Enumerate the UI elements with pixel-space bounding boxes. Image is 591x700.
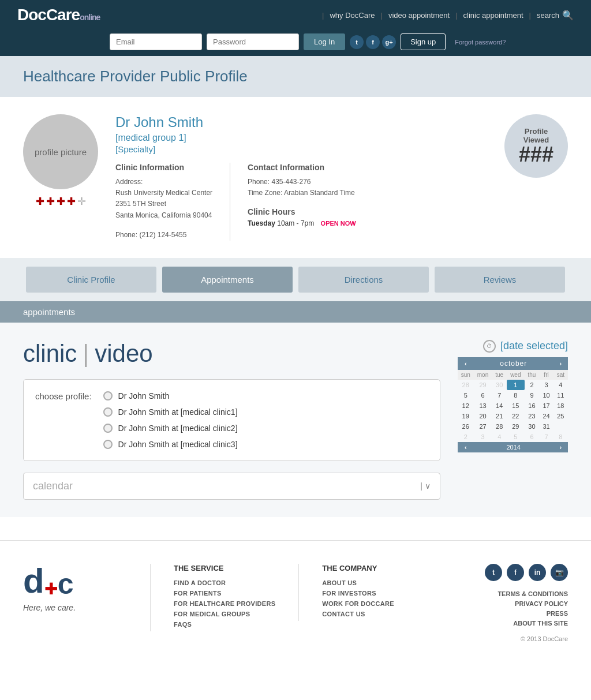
cal-cell-2-3[interactable]: 15 [507,400,524,411]
footer-faqs[interactable]: FAQS [174,621,275,628]
footer-copyright: © 2013 DocCare [521,635,568,642]
radio-3[interactable] [103,440,113,449]
cal-cell-0-3[interactable]: 1 [507,380,524,390]
profile-option-1[interactable]: Dr John Smith at [medical clinic1] [103,407,238,417]
tab-clinic-profile[interactable]: Clinic Profile [26,267,156,293]
footer-logo-d: d [23,564,44,598]
cal-prev-button[interactable]: ‹ [458,357,474,370]
radio-1[interactable] [103,407,113,417]
footer-for-patients[interactable]: FOR PATIENTS [174,590,275,597]
forgot-password-link[interactable]: Forgot password? [455,39,506,46]
footer-instagram-icon[interactable]: 📷 [551,564,568,581]
cal-cell-0-5[interactable]: 3 [539,380,553,390]
social-gplus-icon[interactable]: g+ [382,35,396,49]
radio-0[interactable] [103,391,113,400]
cal-cell-0-0[interactable]: 28 [458,380,474,390]
footer-twitter-icon[interactable]: t [485,564,502,581]
cal-cell-3-0[interactable]: 19 [458,411,474,421]
cal-cell-5-3[interactable]: 5 [507,432,524,442]
radio-2[interactable] [103,424,113,433]
cal-cell-5-5[interactable]: 7 [539,432,553,442]
footer-contact[interactable]: CONTACT US [322,611,394,617]
contact-info-col: Contact Information Phone: 435-443-276 T… [230,163,373,241]
cal-cell-3-4[interactable]: 23 [525,411,540,421]
footer-privacy[interactable]: PRIVACY POLICY [498,600,568,607]
cal-cell-0-2[interactable]: 30 [492,380,507,390]
profile-option-0[interactable]: Dr John Smith [103,391,238,400]
cal-cell-1-5[interactable]: 10 [539,390,553,400]
footer-press[interactable]: PRESS [498,610,568,617]
signup-button[interactable]: Sign up [401,33,446,50]
cal-cell-4-5[interactable]: 31 [539,421,553,432]
cal-cell-2-6[interactable]: 18 [553,400,568,411]
cal-cell-4-0[interactable]: 26 [458,421,474,432]
calendar-dropdown[interactable]: calendar | ∨ [23,473,440,500]
clinic-type-label[interactable]: clinic [23,340,77,368]
cal-cell-2-1[interactable]: 13 [474,400,492,411]
cal-cell-4-1[interactable]: 27 [474,421,492,432]
cal-header-row: ‹ october › [458,357,568,370]
video-type-label[interactable]: video [95,340,152,368]
tab-reviews[interactable]: Reviews [435,267,565,293]
cal-cell-4-6 [553,421,568,432]
footer-investors[interactable]: FOR INVESTORS [322,590,394,597]
cal-cell-1-4[interactable]: 9 [525,390,540,400]
profile-section: profile picture ✚ ✚ ✚ ✚ ✛ Dr John Smith … [0,97,591,258]
footer-facebook-icon[interactable]: f [507,564,524,581]
search-area[interactable]: search 🔍 [537,10,574,21]
cal-cell-5-4[interactable]: 6 [525,432,540,442]
footer-find-doctor[interactable]: FIND A DOCTOR [174,579,275,586]
cal-cell-2-2[interactable]: 14 [492,400,507,411]
social-facebook-icon[interactable]: f [366,35,380,49]
cal-cell-1-2[interactable]: 7 [492,390,507,400]
tab-appointments[interactable]: Appointments [162,267,293,293]
cal-cell-1-0[interactable]: 5 [458,390,474,400]
nav-video-appt[interactable]: video appointment [388,11,450,20]
cal-cell-2-0[interactable]: 12 [458,400,474,411]
footer-about-us[interactable]: ABOUT US [322,579,394,586]
email-field[interactable] [110,33,202,50]
profile-option-2[interactable]: Dr John Smith at [medical clinic2] [103,424,238,433]
cal-cell-3-2[interactable]: 21 [492,411,507,421]
footer-work[interactable]: WORK FOR DOCCARE [322,600,394,607]
cal-cell-4-4[interactable]: 30 [525,421,540,432]
header-top: DocCareonline | why DocCare | video appo… [17,6,574,29]
social-twitter-icon[interactable]: t [350,35,364,49]
cal-cell-0-4[interactable]: 2 [525,380,540,390]
nav-search[interactable]: search [537,11,559,20]
cal-cell-1-1[interactable]: 6 [474,390,492,400]
footer-terms[interactable]: TERMS & CONDITIONS [498,590,568,597]
cal-cell-0-6[interactable]: 4 [553,380,568,390]
nav-clinic-appt[interactable]: clinic appointment [463,11,523,20]
cal-cell-4-2[interactable]: 28 [492,421,507,432]
footer-for-providers[interactable]: FOR HEALTHCARE PROVIDERS [174,600,275,607]
footer: d ✚ c Here, we care. THE SERVICE FIND A … [0,540,591,654]
nav-why[interactable]: why DocCare [330,11,375,20]
cal-cell-2-4[interactable]: 16 [525,400,540,411]
tab-directions[interactable]: Directions [298,267,429,293]
cal-next-button[interactable]: › [553,357,568,370]
cal-cell-5-6[interactable]: 8 [553,432,568,442]
tabs-row: Clinic Profile Appointments Directions R… [0,258,591,301]
footer-for-groups[interactable]: FOR MEDICAL GROUPS [174,611,275,617]
cal-cell-3-6[interactable]: 25 [553,411,568,421]
cal-cell-2-5[interactable]: 17 [539,400,553,411]
cal-cell-1-6[interactable]: 11 [553,390,568,400]
cal-cell-5-2[interactable]: 4 [492,432,507,442]
cal-cell-5-0[interactable]: 2 [458,432,474,442]
cal-cell-3-1[interactable]: 20 [474,411,492,421]
cal-year-prev[interactable]: ‹ [458,442,474,452]
contact-phone-label: Phone: [248,178,270,186]
cal-cell-5-1[interactable]: 3 [474,432,492,442]
cal-cell-3-3[interactable]: 22 [507,411,524,421]
cal-cell-3-5[interactable]: 24 [539,411,553,421]
password-field[interactable] [207,33,299,50]
cal-year-next[interactable]: › [553,442,568,452]
footer-linkedin-icon[interactable]: in [529,564,546,581]
cal-cell-1-3[interactable]: 8 [507,390,524,400]
footer-about-site[interactable]: ABOUT THIS SITE [498,620,568,627]
cal-cell-0-1[interactable]: 29 [474,380,492,390]
login-button[interactable]: Log In [304,33,345,50]
cal-cell-4-3[interactable]: 29 [507,421,524,432]
profile-option-3[interactable]: Dr John Smith at [medical clinic3] [103,440,238,449]
